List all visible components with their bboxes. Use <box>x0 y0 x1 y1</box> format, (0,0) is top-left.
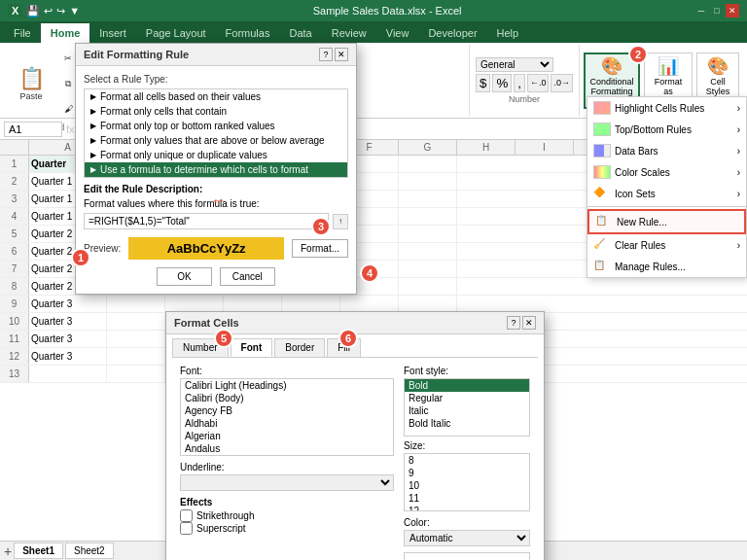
menu-item-data-bars[interactable]: Data Bars › <box>587 140 746 161</box>
cell-a13[interactable] <box>29 366 107 382</box>
quick-access-undo[interactable]: ↩ <box>44 5 53 18</box>
efrule-help-button[interactable]: ? <box>319 48 333 61</box>
font-item-4[interactable]: Algerian <box>181 430 393 442</box>
format-cells-close-button[interactable]: ✕ <box>522 316 536 330</box>
font-item-3[interactable]: Aldhabi <box>181 417 393 430</box>
menu-item-color-scales[interactable]: Color Scales › <box>587 161 746 183</box>
size-10[interactable]: 10 <box>405 479 529 492</box>
rule-arrow-3: ▶ <box>90 136 96 145</box>
size-9[interactable]: 9 <box>405 467 529 479</box>
rule-item-2[interactable]: ▶ Format only top or bottom ranked value… <box>85 119 347 133</box>
tab-home[interactable]: Home <box>41 23 90 43</box>
font-item-2[interactable]: Agency FB <box>181 404 393 417</box>
cell-a12[interactable]: Quarter 3 <box>29 348 107 365</box>
menu-item-manage-rules[interactable]: 📋 Manage Rules... <box>587 256 746 277</box>
size-11[interactable]: 11 <box>405 492 529 505</box>
add-sheet-button[interactable]: + <box>4 543 12 559</box>
maximize-button[interactable]: □ <box>710 4 724 18</box>
tab-data[interactable]: Data <box>279 23 321 43</box>
formula-input-field[interactable] <box>84 213 329 229</box>
cell-a10[interactable]: Quarter 3 <box>29 313 107 330</box>
percent-button[interactable]: % <box>492 74 512 92</box>
effects-section: Effects Strikethrough Superscript <box>180 497 394 535</box>
format-cells-help-button[interactable]: ? <box>507 316 520 330</box>
menu-item-clear-rules[interactable]: 🧹 Clear Rules › <box>587 234 746 256</box>
color-scales-icon <box>593 165 611 179</box>
annotation-5: 5 <box>214 329 233 348</box>
highlight-cells-label: Highlight Cells Rules <box>615 103 704 114</box>
size-12[interactable]: 12 <box>405 505 529 511</box>
formula-expand-button[interactable]: ↑ <box>333 214 348 229</box>
efrule-cancel-button[interactable]: Cancel <box>220 267 275 286</box>
tab-formulas[interactable]: Formulas <box>216 23 280 43</box>
new-rule-label: New Rule... <box>617 217 667 228</box>
tab-file[interactable]: File <box>4 23 41 43</box>
number-format-select[interactable]: General <box>476 57 553 72</box>
preview-row: Preview: AaBbCcYyZz Format... <box>84 237 348 260</box>
rule-item-4[interactable]: ▶ Format only unique or duplicate values <box>85 148 347 162</box>
rule-item-0[interactable]: ▶ Format all cells based on their values <box>85 89 347 104</box>
quick-access-redo[interactable]: ↪ <box>56 5 65 18</box>
increase-decimal-button[interactable]: ←.0 <box>527 74 550 92</box>
quick-access-save[interactable]: 💾 <box>26 5 40 18</box>
format-tab-font[interactable]: Font <box>231 338 273 357</box>
comma-button[interactable]: , <box>514 74 525 92</box>
cell-styles-icon: 🎨 <box>707 55 729 77</box>
menu-item-top-bottom[interactable]: Top/Bottom Rules › <box>587 119 746 140</box>
font-list[interactable]: Calibri Light (Headings) Calibri (Body) … <box>180 378 394 456</box>
minimize-button[interactable]: ─ <box>694 4 708 18</box>
cell-a11[interactable]: Quarter 3 <box>29 331 107 347</box>
rule-arrow-0: ▶ <box>90 92 96 101</box>
name-box[interactable] <box>4 122 62 137</box>
style-regular[interactable]: Regular <box>405 392 529 404</box>
font-item-0[interactable]: Calibri Light (Headings) <box>181 379 393 392</box>
top-bottom-arrow: › <box>737 124 740 135</box>
format-cells-dialog: Format Cells ? ✕ Number Font Border Fill… <box>165 311 545 560</box>
style-bold-italic[interactable]: Bold Italic <box>405 417 529 430</box>
paste-button[interactable]: 📋 Paste <box>10 55 53 112</box>
tab-developer[interactable]: Developer <box>418 23 486 43</box>
rule-item-5[interactable]: ▶ Use a formula to determine which cells… <box>85 162 347 177</box>
header-corner <box>0 140 29 155</box>
strikethrough-checkbox[interactable] <box>180 509 193 522</box>
tab-help[interactable]: Help <box>487 23 529 43</box>
tab-insert[interactable]: Insert <box>89 23 136 43</box>
sheet-tab-2[interactable]: Sheet2 <box>65 542 114 559</box>
cell-g1[interactable] <box>399 156 457 172</box>
rule-item-1[interactable]: ▶ Format only cells that contain <box>85 104 347 119</box>
format-button[interactable]: Format... <box>292 239 348 258</box>
underline-select[interactable] <box>180 474 394 491</box>
color-label: Color: <box>404 517 530 528</box>
paste-icon: 📋 <box>18 66 45 91</box>
rule-item-3[interactable]: ▶ Format only values that are above or b… <box>85 133 347 148</box>
menu-item-highlight-cells[interactable]: Highlight Cells Rules › <box>587 97 746 119</box>
menu-item-icon-sets[interactable]: 🔶 Icon Sets › <box>587 183 746 204</box>
sheet-tab-1[interactable]: Sheet1 <box>14 542 63 559</box>
cell-a9[interactable]: Quarter 3 <box>29 296 107 312</box>
tab-view[interactable]: View <box>376 23 419 43</box>
size-8[interactable]: 8 <box>405 454 529 467</box>
title-bar-left: X 💾 ↩ ↪ ▼ <box>8 4 80 18</box>
font-label: Font: <box>180 366 394 376</box>
tab-review[interactable]: Review <box>322 23 376 43</box>
close-button[interactable]: ✕ <box>726 4 739 18</box>
efrule-ok-button[interactable]: OK <box>157 267 211 286</box>
size-list[interactable]: 8 9 10 11 12 14 <box>404 453 530 511</box>
format-tab-border[interactable]: Border <box>274 338 325 357</box>
menu-item-new-rule[interactable]: 📋 New Rule... <box>587 209 746 234</box>
efrule-close-button[interactable]: ✕ <box>335 48 348 61</box>
tab-page-layout[interactable]: Page Layout <box>136 23 216 43</box>
dollar-button[interactable]: $ <box>476 74 490 92</box>
color-select[interactable]: Automatic <box>404 530 530 546</box>
efrule-title: Edit Formatting Rule <box>84 49 189 60</box>
superscript-row: Superscript <box>180 522 394 535</box>
quick-access-more[interactable]: ▼ <box>69 5 80 17</box>
style-bold[interactable]: Bold <box>405 379 529 392</box>
style-list[interactable]: Bold Regular Italic Bold Italic <box>404 378 530 437</box>
font-item-1[interactable]: Calibri (Body) <box>181 392 393 404</box>
annotation-2: 2 <box>628 45 648 64</box>
style-italic[interactable]: Italic <box>405 404 529 417</box>
decrease-decimal-button[interactable]: .0→ <box>551 74 573 92</box>
superscript-checkbox[interactable] <box>180 522 193 535</box>
font-item-5[interactable]: Andalus <box>181 442 393 455</box>
